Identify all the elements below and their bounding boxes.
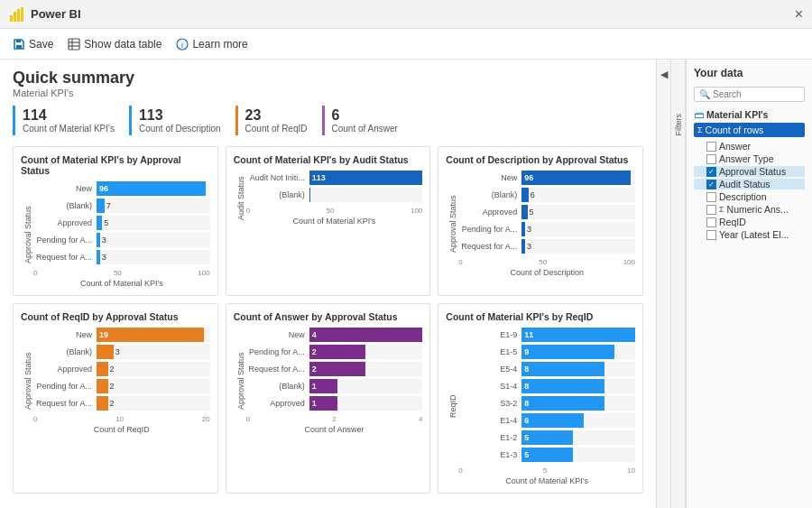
- chart-inner: Approval Status New 19 (Blank): [21, 328, 210, 434]
- bar: 2: [309, 362, 366, 376]
- bar-row: Pending for A... 3: [33, 233, 210, 247]
- chart-title: Count of Material KPI's by Approval Stat…: [21, 154, 210, 176]
- bar-chart: New 4 Pending for A... 2 Reque: [246, 328, 423, 413]
- bar: 96: [97, 181, 206, 196]
- close-button[interactable]: ×: [795, 6, 803, 23]
- tree-child-count-of-rows: Σ Count of rows: [694, 123, 805, 137]
- tree-checkbox[interactable]: [706, 230, 716, 240]
- x-axis-ticks: 050100: [458, 258, 635, 266]
- bar-container: 3: [97, 233, 210, 247]
- bar-row: Approved 5: [458, 205, 635, 219]
- bar-container: 1: [309, 379, 423, 393]
- bar-value-outside: 3: [100, 253, 106, 262]
- kpi-label: Count of Material KPI's: [23, 124, 115, 134]
- svg-rect-6: [69, 39, 79, 50]
- search-input[interactable]: [713, 89, 799, 99]
- tree-child: Answer Type: [694, 153, 805, 164]
- bar: [97, 345, 114, 359]
- tree-child-label: ReqID: [719, 217, 746, 227]
- bar-row: New 96: [33, 181, 210, 196]
- bar-row: E1-2 5: [458, 430, 635, 445]
- bar: 6: [521, 413, 584, 428]
- bar-value-outside: 2: [108, 365, 115, 374]
- tree-checkbox[interactable]: [706, 167, 716, 177]
- count-rows-label: Count of rows: [706, 125, 764, 135]
- bar-row: S3-2 8: [458, 396, 635, 411]
- svg-text:i: i: [181, 41, 183, 50]
- bar-row: New 19: [33, 328, 210, 342]
- tree-checkbox[interactable]: [706, 180, 716, 189]
- bar-chart: New 96 (Blank) 6 Approved: [458, 171, 635, 256]
- data-tree: 🗃 Material KPI's Σ Count of rows Answer …: [694, 109, 805, 242]
- bar-value: 4: [309, 330, 317, 339]
- bar-row: E1-9 11: [458, 328, 635, 342]
- bar-value: 19: [97, 330, 108, 339]
- kpi-item: 6Count of Answer: [322, 106, 412, 135]
- svg-rect-3: [21, 7, 23, 22]
- bar-row: New 96: [458, 171, 635, 185]
- chart-inner: Audit Status Audit Not Initi... 113 (Bla…: [234, 171, 423, 226]
- bar: [309, 188, 310, 202]
- x-axis-label: Count of Material KPI's: [246, 217, 423, 226]
- x-axis-label: Count of Answer: [246, 425, 423, 434]
- bar: 5: [521, 448, 573, 462]
- bar: 8: [521, 362, 604, 376]
- bar-row: E1-3 5: [458, 448, 635, 462]
- bar-label: New: [33, 184, 97, 193]
- kpi-value: 23: [245, 107, 308, 124]
- bar-container: [309, 188, 423, 202]
- bar: 8: [521, 396, 604, 411]
- table-icon: [68, 38, 80, 51]
- bar-label: (Blank): [246, 190, 309, 199]
- bar-container: 19: [97, 328, 210, 342]
- right-panel: Your data 🔍 🗃 Material KPI's Σ Count of …: [686, 60, 812, 508]
- chart-bars: New 96 (Blank) 6 Approved: [458, 171, 635, 277]
- tree-checkbox[interactable]: [706, 205, 716, 215]
- bar: 96: [521, 171, 631, 185]
- chart-card: Count of Description by Approval Status …: [438, 146, 643, 296]
- tree-checkbox[interactable]: [706, 154, 716, 164]
- show-data-table-button[interactable]: Show data table: [68, 38, 161, 51]
- learn-more-button[interactable]: i Learn more: [176, 38, 247, 51]
- chart-card: Count of Material KPI's by ReqID ReqID E…: [438, 303, 643, 494]
- y-axis-label: Approval Status: [446, 171, 458, 277]
- x-axis-label: Count of Material KPI's: [33, 279, 210, 288]
- bar-label: E1-3: [458, 450, 521, 459]
- bar-row: (Blank) 1: [246, 379, 423, 393]
- bar-label: S1-4: [458, 382, 521, 391]
- bar-label: (Blank): [246, 382, 309, 391]
- bar-label: E5-4: [458, 365, 521, 374]
- tree-checkbox[interactable]: [706, 142, 716, 152]
- bar-container: 5: [521, 448, 635, 462]
- bar-row: Request for A... 3: [458, 239, 635, 254]
- tree-child-label: Approval Status: [719, 166, 786, 177]
- bar-row: (Blank) 6: [458, 188, 635, 202]
- x-axis-ticks: 050100: [33, 269, 210, 277]
- bar-value: 2: [309, 365, 317, 374]
- tree-child: Σ Numeric Ans...: [694, 204, 805, 215]
- bar-value-outside: 3: [525, 242, 531, 251]
- tree-child: ReqID: [694, 217, 805, 227]
- bar-label: Approved: [33, 218, 97, 227]
- tree-child-label: Description: [719, 191, 767, 202]
- bar-value: 5: [521, 450, 529, 459]
- svg-rect-5: [16, 40, 21, 42]
- bar-container: 2: [309, 362, 423, 376]
- search-box[interactable]: 🔍: [694, 87, 805, 102]
- chart-bars: New 19 (Blank) 3 Approved: [33, 328, 210, 434]
- y-axis-label: Approval Status: [21, 181, 33, 288]
- tree-checkbox[interactable]: [706, 217, 716, 227]
- x-axis-ticks: 01020: [33, 415, 210, 423]
- save-button[interactable]: Save: [13, 38, 53, 51]
- bar: 5: [521, 430, 573, 445]
- bar-container: 96: [521, 171, 635, 185]
- title-bar: Power BI ×: [0, 0, 812, 29]
- bar: 2: [309, 345, 366, 359]
- chart-title: Count of Material KPI's by ReqID: [446, 311, 635, 322]
- collapse-panel-button[interactable]: ◀: [660, 69, 668, 80]
- tree-checkbox[interactable]: [706, 192, 716, 202]
- chart-inner: Approval Status New 96 (Blank): [21, 181, 210, 288]
- count-rows-icon: Σ: [697, 125, 703, 134]
- table-icon: 🗃: [694, 109, 704, 120]
- x-axis-ticks: 024: [246, 415, 423, 423]
